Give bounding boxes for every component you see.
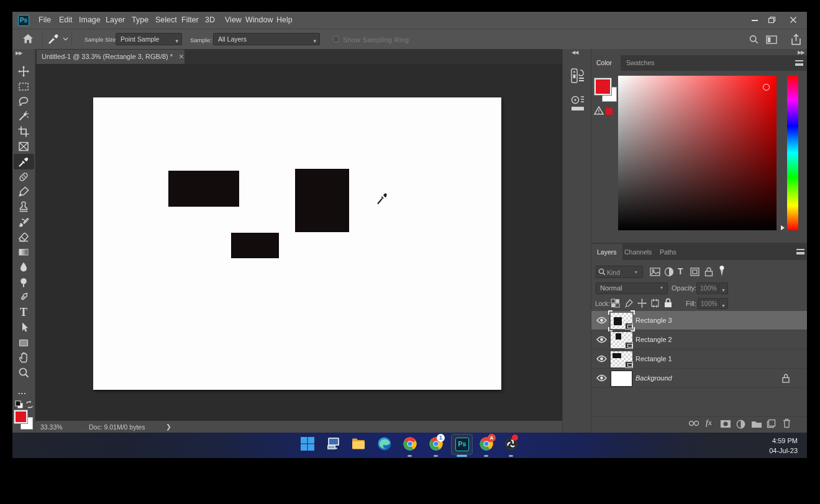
svg-text:T: T <box>20 306 27 318</box>
